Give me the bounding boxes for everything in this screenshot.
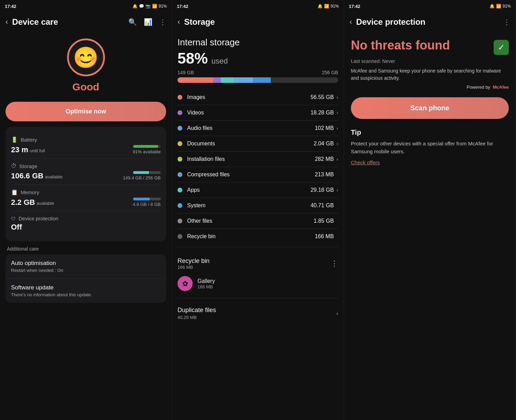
memory-label: Memory [21,189,39,195]
storage-items-list: Images 56.55 GB › Videos 18.28 GB › Audi… [178,90,338,244]
search-icon[interactable]: 🔍 [128,18,137,26]
arrow-recycle: › [336,234,338,239]
storage-header: ‹ Storage [172,12,344,32]
size-audio: 102 MB [315,125,334,131]
battery-status-3: 91% [503,4,511,9]
software-update-title: Software update [11,284,161,291]
battery-bar-fill [133,145,158,148]
tip-title: Tip [351,129,509,136]
memory-progress-bar [133,198,161,200]
storage-row-system[interactable]: System 40.71 GB › [178,198,338,213]
bar-seg-apps [234,77,253,83]
memory-item[interactable]: 📋 Memory 2.2 GB available 4.8 GB / 8 GB [11,185,161,211]
device-protection-status: Off [11,223,22,231]
memory-value: 2.2 GB [11,198,35,207]
label-other: Other files [187,218,314,224]
dot-installation [178,157,182,162]
more-options-icon[interactable]: ⋮ [159,18,166,26]
software-update-item[interactable]: Software update There's no information a… [6,279,166,303]
device-protection-label: Device protection [19,215,58,221]
storage-bar-fill [133,171,149,174]
duplicate-files-item[interactable]: Duplicate files 40.29 MB › [178,301,338,325]
storage-row-other[interactable]: Other files 1.85 GB › [178,213,338,229]
storage-row-videos[interactable]: Videos 18.28 GB › [178,105,338,121]
shield-icon: 🛡 [11,216,16,221]
size-apps: 29.18 GB [311,187,334,193]
storage-body: Internal storage 58% used 149 GB 256 GB … [172,32,344,420]
more-options-icon-3[interactable]: ⋮ [503,18,510,26]
signal-icon-3: 📶 [496,4,501,9]
storage-detail: 149.4 GB / 256 GB [123,175,161,180]
gallery-item[interactable]: ✿ Gallery 166 MB [178,272,338,295]
device-protection-header: ‹ Device protection ⋮ [344,12,516,32]
battery-value: 23 m [11,145,28,154]
device-care-body: 😊 Good Optimise now 🔋 Battery 23 m until… [0,32,172,420]
graph-icon[interactable]: 📊 [144,18,152,26]
label-images: Images [187,94,311,100]
check-offers-link[interactable]: Check offers [351,159,380,165]
optimise-now-button[interactable]: Optimise now [6,102,166,121]
arrow-compressed: › [336,172,338,177]
bar-seg-videos [213,77,221,83]
storage-item[interactable]: ⏱ Storage 106.6 GB available 149.4 GB / … [11,159,161,185]
bar-seg-images [178,77,213,83]
duplicate-title: Duplicate files [178,307,336,314]
device-protection-body: No threats found ✓ Last scanned: Never M… [344,32,516,420]
storage-limit-right: 256 GB [322,70,338,75]
storage-title: Storage [184,17,338,27]
auto-optimisation-sub: Restart when needed : On [11,268,161,273]
software-update-sub: There's no information about this update… [11,292,161,297]
storage-row-documents[interactable]: Documents 2.04 GB › [178,136,338,152]
dot-images [178,95,182,100]
arrow-other: › [336,218,338,224]
storage-row-apps[interactable]: Apps 29.18 GB › [178,183,338,198]
scan-phone-button[interactable]: Scan phone [351,97,509,119]
dot-recycle [178,234,182,239]
device-care-panel: 17:42 🔔 💬 📷 📶 91% ‹ Device care 🔍 📊 ⋮ 😊 … [0,0,172,420]
recycle-menu-icon[interactable]: ⋮ [331,259,338,268]
status-bar-1: 17:42 🔔 💬 📷 📶 91% [0,0,172,12]
threats-status-row: No threats found ✓ [351,38,509,55]
status-bar-2: 17:42 🔔 📶 91% [172,0,344,12]
status-bar-3: 17:42 🔔 📶 91% [344,0,516,12]
divider-2 [178,298,338,298]
duplicate-info: Duplicate files 40.29 MB [178,307,336,320]
label-recycle: Recycle bin [187,233,315,240]
recycle-bin-title: Recycle bin [178,257,209,265]
storage-row-compressed[interactable]: Compressed files 213 MB › [178,167,338,183]
storage-row-recycle[interactable]: Recycle bin 166 MB › [178,229,338,244]
device-protection-item[interactable]: 🛡 Device protection Off [11,211,161,236]
storage-limits: 149 GB 256 GB [178,70,338,75]
battery-label: Battery [21,137,37,143]
back-button-1[interactable]: ‹ [6,18,8,26]
size-recycle: 166 MB [315,233,334,240]
label-system: System [187,202,311,209]
time-2: 17:42 [177,4,188,9]
back-button-2[interactable]: ‹ [178,18,180,26]
device-protection-title: Device protection [356,17,496,27]
duplicate-arrow-icon: › [336,310,338,317]
storage-row-audio[interactable]: Audio files 102 MB › [178,121,338,136]
memory-bar-empty [150,198,161,200]
no-threats-title: No threats found [351,38,489,52]
storage-row-installation[interactable]: Installation files 282 MB › [178,152,338,167]
dot-audio [178,126,182,131]
battery-item[interactable]: 🔋 Battery 23 m until full 91% available [11,132,161,159]
time-3: 17:42 [349,4,360,9]
auto-optimisation-item[interactable]: Auto optimisation Restart when needed : … [6,254,166,279]
arrow-apps: › [336,187,338,193]
battery-icon: 🔋 [11,136,18,143]
notification-icon-3: 🔔 [490,4,495,9]
size-compressed: 213 MB [315,172,334,178]
back-button-3[interactable]: ‹ [350,18,352,26]
size-other: 1.85 GB [314,218,334,224]
arrow-images: › [336,95,338,100]
arrow-documents: › [336,141,338,146]
label-installation: Installation files [187,156,315,162]
dot-system [178,203,182,208]
size-videos: 18.28 GB [311,110,334,116]
storage-panel: 17:42 🔔 📶 91% ‹ Storage Internal storage… [172,0,344,420]
memory-sub: available [36,201,54,206]
storage-row-images[interactable]: Images 56.55 GB › [178,90,338,105]
battery-progress-bar [133,145,161,148]
